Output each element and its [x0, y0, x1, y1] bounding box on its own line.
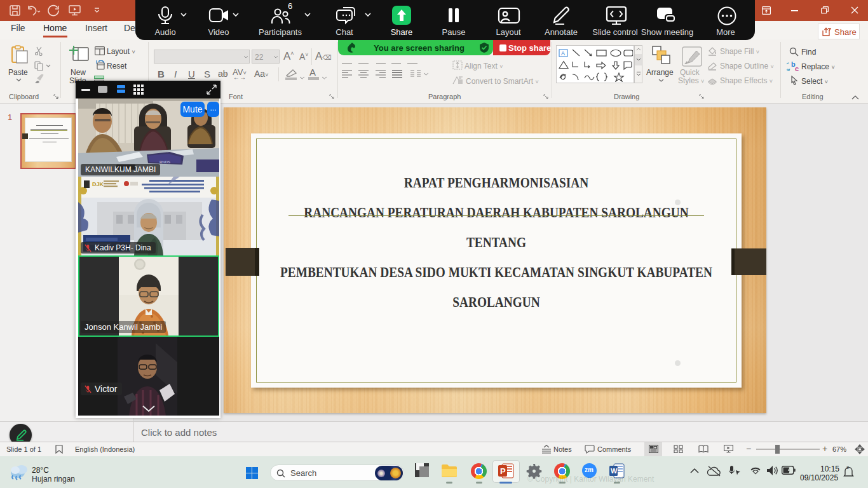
- svg-text:P: P: [500, 466, 506, 476]
- svg-text:W: W: [611, 467, 618, 475]
- svg-text:DJK: DJK: [92, 181, 104, 187]
- svg-text:A: A: [561, 50, 565, 57]
- svg-text:RNDS: RNDS: [159, 160, 170, 164]
